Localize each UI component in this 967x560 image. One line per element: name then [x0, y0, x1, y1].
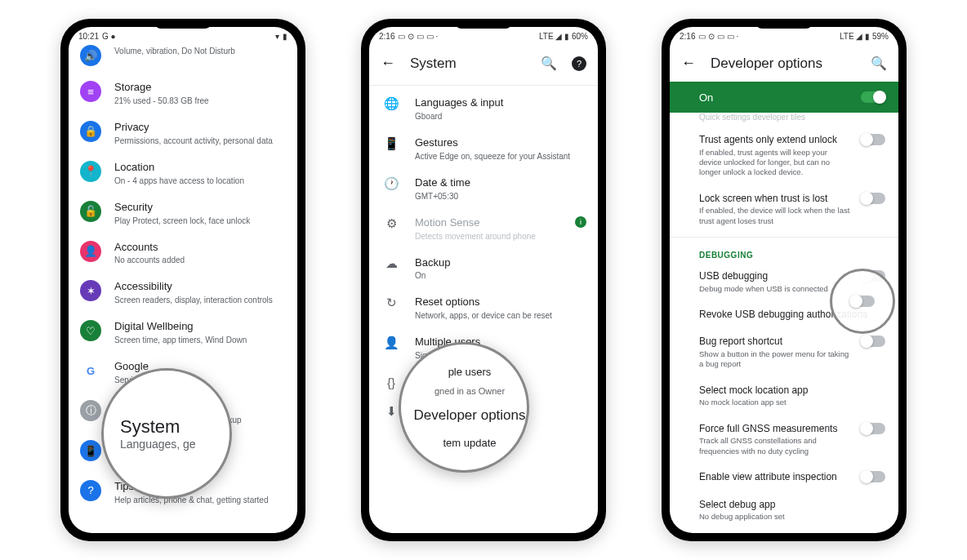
settings-item-accessibility[interactable]: ✶AccessibilityScreen readers, display, i… — [69, 273, 297, 313]
setting-icon: 📍 — [80, 161, 101, 182]
item-title: Languages & input — [415, 96, 586, 110]
dev-item-enable-view-attribute-inspection[interactable]: Enable view attribute inspection — [670, 464, 898, 491]
setting-title: Location — [114, 161, 286, 175]
settings-item-location[interactable]: 📍LocationOn - 4 apps have access to loca… — [69, 153, 297, 193]
item-icon: 📱 — [381, 136, 402, 151]
item-title: Date & time — [415, 176, 586, 190]
status-time: 2:16 — [680, 32, 695, 41]
settings-item-privacy[interactable]: 🔒PrivacyPermissions, account activity, p… — [69, 113, 297, 153]
status-bar: 10:21G ● ▾▮ — [69, 27, 297, 45]
phone-developer-options: 2:16▭ ⊙ ▭ ▭ · LTE ◢ ▮ 59% ← Developer op… — [662, 19, 907, 541]
system-item-backup[interactable]: ☁BackupOn — [369, 249, 598, 289]
setting-icon: ≡ — [80, 81, 101, 102]
dev-title: Bug report shortcut — [699, 336, 851, 349]
toggle-switch[interactable] — [861, 423, 885, 434]
battery-icon: ▮ — [283, 32, 287, 41]
item-sub: GMT+05:30 — [415, 191, 586, 202]
back-icon[interactable]: ← — [681, 55, 696, 72]
item-icon: 🕐 — [381, 176, 402, 191]
setting-title: Privacy — [114, 121, 286, 135]
search-icon[interactable]: 🔍 — [541, 56, 557, 71]
system-item-languages-input[interactable]: 🌐Languages & inputGboard — [369, 89, 598, 129]
setting-icon: ♡ — [80, 320, 101, 341]
info-icon[interactable]: i — [575, 216, 586, 228]
wifi-icon: ▾ — [275, 32, 279, 41]
status-time: 10:21 — [78, 32, 99, 41]
dev-item-trust-agents-only-extend-unlock[interactable]: Trust agents only extend unlockIf enable… — [670, 127, 898, 185]
mag-users-sub: gned in as Owner — [412, 386, 527, 396]
setting-title: Accounts — [114, 241, 286, 255]
dev-sub: No debug application set — [699, 512, 885, 522]
magnifier-system: System Languages, ge — [101, 368, 232, 499]
section-debugging: DEBUGGING — [670, 241, 898, 263]
system-item-reset-options[interactable]: ↻Reset optionsNetwork, apps, or device c… — [369, 288, 598, 328]
setting-icon: G — [80, 360, 101, 381]
settings-item-security[interactable]: 🔓SecurityPlay Protect, screen lock, face… — [69, 193, 297, 233]
master-toggle-switch[interactable] — [861, 91, 885, 103]
page-title: Developer options — [711, 56, 856, 72]
magnifier-usb-debug-switch — [830, 269, 895, 334]
item-icon: ☁ — [381, 256, 402, 271]
dev-title: USB debugging — [699, 270, 851, 283]
dev-item-lock-screen-when-trust-is-lost[interactable]: Lock screen when trust is lostIf enabled… — [670, 185, 898, 233]
toggle-switch[interactable] — [861, 193, 885, 204]
item-sub: Gboard — [415, 111, 586, 122]
dev-title: Force full GNSS measurements — [699, 423, 851, 436]
dev-title: Enable view attribute inspection — [699, 471, 851, 484]
dev-item-select-mock-location-app[interactable]: Select mock location appNo mock location… — [670, 377, 898, 416]
item-sub: Network, apps, or device can be reset — [415, 310, 586, 321]
help-icon[interactable]: ? — [572, 56, 586, 71]
mag-dev-options: Developer options — [412, 407, 527, 424]
back-icon[interactable]: ← — [381, 55, 395, 72]
magnified-title: System — [120, 416, 229, 438]
dev-title: Lock screen when trust is lost — [699, 193, 851, 206]
setting-sub: Volume, vibration, Do Not Disturb — [114, 46, 286, 56]
status-bar: 2:16▭ ⊙ ▭ ▭ · LTE ◢ ▮ 59% — [670, 27, 898, 45]
setting-title: Accessibility — [114, 280, 286, 294]
dev-item-select-debug-app[interactable]: Select debug appNo debug application set — [670, 491, 898, 530]
settings-item-digital-wellbeing[interactable]: ♡Digital WellbeingScreen time, app timer… — [69, 313, 297, 353]
item-sub: Active Edge on, squeeze for your Assista… — [415, 151, 586, 162]
setting-sub: Play Protect, screen lock, face unlock — [114, 216, 286, 226]
master-toggle-bar[interactable]: On — [670, 82, 898, 113]
status-icons-left: ▭ ⊙ ▭ ▭ · — [398, 32, 438, 41]
setting-icon: 🔊 — [80, 45, 101, 66]
search-icon[interactable]: 🔍 — [871, 56, 887, 71]
system-item-gestures[interactable]: 📱GesturesActive Edge on, squeeze for you… — [369, 129, 598, 169]
item-sub: On — [415, 270, 586, 281]
dev-title: Select debug app — [699, 499, 885, 512]
settings-item-sound[interactable]: 🔊SoundVolume, vibration, Do Not Disturb — [69, 45, 297, 73]
setting-title: Digital Wellbeing — [114, 320, 286, 334]
magnified-sub: Languages, ge — [120, 438, 229, 451]
dev-sub: If enabled, trust agents will keep your … — [699, 148, 851, 178]
usb-debug-switch-magnified[interactable] — [850, 296, 875, 307]
setting-sub: Permissions, account activity, personal … — [114, 136, 286, 146]
dev-item-bug-report-shortcut[interactable]: Bug report shortcutShow a button in the … — [670, 328, 898, 376]
setting-icon: 🔓 — [80, 201, 101, 222]
item-title: Gestures — [415, 136, 586, 150]
setting-icon: ✶ — [80, 280, 101, 301]
settings-item-accounts[interactable]: 👤AccountsNo accounts added — [69, 233, 297, 273]
item-title: Motion Sense — [415, 216, 562, 230]
toggle-switch[interactable] — [861, 134, 885, 145]
item-title: Reset options — [415, 296, 586, 309]
system-item-motion-sense[interactable]: ⚙Motion SenseDetects movement around pho… — [369, 209, 598, 249]
setting-icon: 📱 — [80, 440, 101, 461]
item-icon: ⚙ — [381, 216, 402, 231]
setting-sub: Help articles, phone & chat, getting sta… — [114, 495, 286, 505]
settings-item-storage[interactable]: ≡Storage21% used - 50.83 GB free — [69, 73, 297, 113]
setting-icon: ⓘ — [80, 400, 101, 421]
toggle-switch[interactable] — [861, 471, 885, 482]
setting-sub: Screen time, app timers, Wind Down — [114, 335, 286, 345]
appbar: ← System 🔍 ? — [369, 45, 598, 82]
toggle-switch[interactable] — [861, 336, 885, 347]
status-icons-left: G ● — [102, 32, 116, 41]
status-right: LTE ◢ ▮ 59% — [840, 32, 889, 41]
setting-title: Google — [114, 360, 286, 374]
magnifier-developer: ple users gned in as Owner Developer opt… — [399, 342, 529, 473]
system-item-date-time[interactable]: 🕐Date & timeGMT+05:30 — [369, 169, 598, 209]
setting-icon: ? — [80, 480, 101, 501]
dev-sub: Show a button in the power menu for taki… — [699, 349, 851, 370]
dev-item-force-full-gnss-measurements[interactable]: Force full GNSS measurementsTrack all GN… — [670, 416, 898, 464]
item-sub: Detects movement around phone — [415, 231, 562, 242]
